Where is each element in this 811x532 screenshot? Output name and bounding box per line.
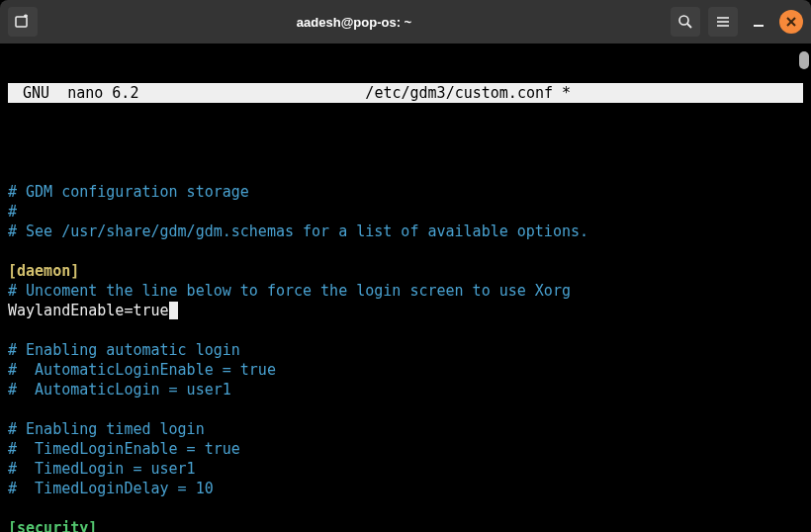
search-icon: [677, 14, 693, 30]
comment-line: # TimedLogin = user1: [8, 460, 196, 478]
comment-line: # Uncoment the line below to force the l…: [8, 282, 571, 300]
nano-version: GNU nano 6.2: [14, 83, 138, 103]
editor-content[interactable]: # GDM configuration storage # # See /usr…: [0, 162, 811, 532]
svg-rect-0: [16, 17, 27, 27]
svg-point-3: [679, 16, 688, 25]
text-cursor: [169, 302, 178, 319]
window-title: aadesh@pop-os: ~: [45, 15, 663, 30]
section-daemon: [daemon]: [8, 262, 79, 280]
comment-line: # AutomaticLoginEnable = true: [8, 361, 276, 379]
close-icon: [785, 16, 797, 28]
minimize-button[interactable]: [746, 9, 771, 35]
nano-help-bar: ^GHelp ^OWrite Out ^WWhere Is ^KCut ^TEx…: [8, 512, 803, 532]
comment-line: # Enabling timed login: [8, 420, 205, 438]
nano-filepath: /etc/gdm3/custom.conf *: [138, 83, 797, 103]
close-button[interactable]: [779, 10, 803, 34]
svg-line-4: [687, 24, 691, 28]
comment-line: # GDM configuration storage: [8, 183, 249, 201]
comment-line: # AutomaticLogin = user1: [8, 381, 231, 399]
comment-line: # TimedLoginEnable = true: [8, 440, 240, 458]
titlebar: aadesh@pop-os: ~: [0, 0, 811, 44]
new-tab-icon: [15, 14, 31, 30]
search-button[interactable]: [671, 7, 700, 37]
comment-line: # TimedLoginDelay = 10: [8, 480, 214, 497]
nano-header: GNU nano 6.2 /etc/gdm3/custom.conf *: [8, 83, 803, 103]
comment-line: #: [8, 203, 17, 221]
comment-line: # Enabling automatic login: [8, 341, 240, 359]
menu-button[interactable]: [708, 7, 738, 37]
new-tab-button[interactable]: [8, 7, 38, 37]
comment-line: # See /usr/share/gdm/gdm.schemas for a l…: [8, 222, 588, 240]
config-line: WaylandEnable=true: [8, 302, 169, 319]
terminal-window: aadesh@pop-os: ~: [0, 0, 811, 532]
minimize-icon: [751, 14, 766, 30]
hamburger-icon: [715, 14, 731, 30]
terminal-area[interactable]: GNU nano 6.2 /etc/gdm3/custom.conf * # G…: [0, 44, 811, 532]
